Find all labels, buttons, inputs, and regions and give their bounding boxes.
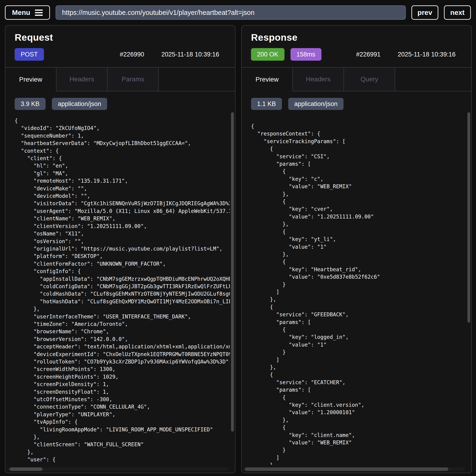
response-vertical-scrollbar[interactable] <box>467 112 470 323</box>
request-content-type-badge: application/json <box>52 98 107 110</box>
request-tab-filler <box>159 68 235 91</box>
request-tab-preview[interactable]: Preview <box>5 68 56 91</box>
request-panel: Request POST #226990 2025-11-18 10:39:16… <box>5 25 236 473</box>
response-timestamp: 2025-11-18 10:39:16 <box>398 51 456 58</box>
request-tab-params[interactable]: Params <box>108 68 159 91</box>
url-input[interactable] <box>55 5 406 20</box>
response-content-type-badge: application/json <box>288 98 343 110</box>
request-id: #226990 <box>120 51 144 58</box>
request-tab-headers[interactable]: Headers <box>56 68 108 91</box>
response-tab-headers[interactable]: Headers <box>293 68 344 91</box>
hamburger-icon <box>35 10 43 16</box>
response-horizontal-scrollbar-track <box>244 467 465 471</box>
request-body-area: { "videoId": "ZkCUfoNgIO4", "sequenceNum… <box>5 110 235 473</box>
request-horizontal-scrollbar-track <box>7 467 228 471</box>
request-horizontal-scrollbar[interactable] <box>10 467 43 471</box>
request-timestamp: 2025-11-18 10:39:16 <box>161 51 219 58</box>
response-content-badges: 1.1 KB application/json <box>242 91 471 110</box>
response-size-badge: 1.1 KB <box>251 98 282 110</box>
response-body-area: { "responseContext": { "serviceTrackingP… <box>242 110 471 473</box>
request-tab-bar: Preview Headers Params <box>5 67 235 91</box>
response-tab-query[interactable]: Query <box>344 68 395 91</box>
panels-container: Request POST #226990 2025-11-18 10:39:16… <box>5 25 472 473</box>
request-method-badge: POST <box>15 48 44 61</box>
menu-button[interactable]: Menu <box>5 5 50 20</box>
response-tab-preview[interactable]: Preview <box>242 68 293 91</box>
response-json-body: { "responseContext": { "serviceTrackingP… <box>251 122 466 465</box>
response-title: Response <box>242 26 471 43</box>
menu-button-label: Menu <box>12 9 30 17</box>
prev-button[interactable]: prev <box>411 5 438 20</box>
request-meta-row: POST #226990 2025-11-18 10:39:16 <box>5 43 235 61</box>
response-tab-bar: Preview Headers Query <box>242 67 471 91</box>
response-id: #226991 <box>356 51 380 58</box>
response-tab-filler <box>395 68 471 91</box>
response-duration-badge: 158ms <box>290 48 322 61</box>
request-size-badge: 3.9 KB <box>15 98 46 110</box>
next-button[interactable]: next <box>444 5 471 20</box>
request-title: Request <box>5 26 235 43</box>
response-panel: Response 200 OK 158ms #226991 2025-11-18… <box>241 25 472 473</box>
request-content-badges: 3.9 KB application/json <box>5 91 235 110</box>
response-status-badge: 200 OK <box>251 48 285 61</box>
top-navigation-bar: Menu prev next <box>0 0 476 20</box>
request-json-body: { "videoId": "ZkCUfoNgIO4", "sequenceNum… <box>15 117 230 465</box>
request-vertical-scrollbar[interactable] <box>231 112 234 432</box>
response-meta-row: 200 OK 158ms #226991 2025-11-18 10:39:16 <box>242 43 471 61</box>
response-horizontal-scrollbar[interactable] <box>245 467 448 471</box>
